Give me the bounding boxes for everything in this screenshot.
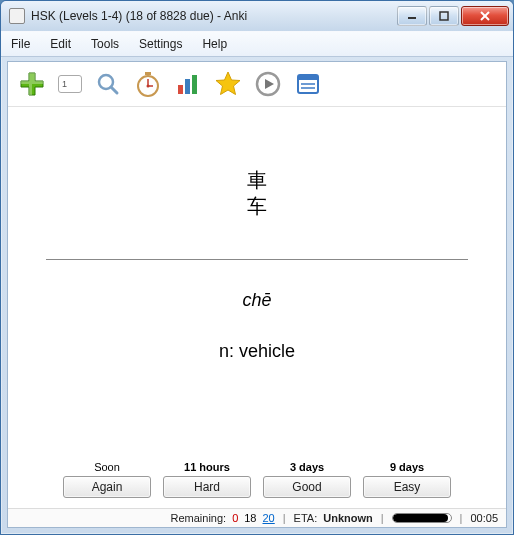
hanzi-traditional: 車 <box>247 167 267 193</box>
answer-buttons: Soon Again 11 hours Hard 3 days Good 9 d… <box>8 457 506 508</box>
hard-button[interactable]: Hard <box>163 476 251 498</box>
stats-icon[interactable] <box>172 68 204 100</box>
card-divider <box>46 259 467 260</box>
star-icon[interactable] <box>212 68 244 100</box>
card-pinyin: chē <box>242 290 271 311</box>
svg-rect-13 <box>192 75 197 94</box>
svg-rect-7 <box>145 72 151 75</box>
maximize-button[interactable] <box>429 6 459 26</box>
content-area: 1 <box>7 61 507 528</box>
add-icon[interactable] <box>16 68 48 100</box>
card-counter-value: 1 <box>62 79 67 89</box>
window-title: HSK (Levels 1-4) (18 of 8828 due) - Anki <box>31 9 397 23</box>
svg-rect-1 <box>440 12 448 20</box>
menu-tools[interactable]: Tools <box>81 34 129 54</box>
again-button[interactable]: Again <box>63 476 151 498</box>
svg-rect-12 <box>185 79 190 94</box>
flashcard: 車 车 chē n: vehicle <box>8 107 506 457</box>
minimize-button[interactable] <box>397 6 427 26</box>
menu-edit[interactable]: Edit <box>40 34 81 54</box>
interval-easy: 9 days <box>390 461 424 473</box>
menu-settings[interactable]: Settings <box>129 34 192 54</box>
hanzi-simplified: 车 <box>247 193 267 219</box>
play-icon[interactable] <box>252 68 284 100</box>
separator: | <box>381 512 384 524</box>
eta-value: Unknown <box>323 512 373 524</box>
search-icon[interactable] <box>92 68 124 100</box>
interval-again: Soon <box>94 461 120 473</box>
titlebar[interactable]: HSK (Levels 1-4) (18 of 8828 due) - Anki <box>1 1 513 31</box>
layout-icon[interactable] <box>292 68 324 100</box>
easy-button[interactable]: Easy <box>363 476 451 498</box>
card-counter[interactable]: 1 <box>56 68 84 100</box>
card-front: 車 车 <box>247 167 267 219</box>
menubar: File Edit Tools Settings Help <box>1 31 513 57</box>
separator: | <box>283 512 286 524</box>
svg-line-5 <box>111 87 117 93</box>
svg-rect-11 <box>178 85 183 94</box>
app-window: HSK (Levels 1-4) (18 of 8828 due) - Anki… <box>0 0 514 535</box>
svg-point-10 <box>147 85 150 88</box>
menu-help[interactable]: Help <box>192 34 237 54</box>
remaining-label: Remaining: <box>170 512 226 524</box>
remaining-review[interactable]: 20 <box>263 512 275 524</box>
card-meaning: n: vehicle <box>219 341 295 362</box>
elapsed-time: 00:05 <box>470 512 498 524</box>
statusbar: Remaining: 0 18 20 | ETA: Unknown | | 00… <box>8 508 506 527</box>
svg-rect-16 <box>298 75 318 80</box>
good-button[interactable]: Good <box>263 476 351 498</box>
remaining-new: 0 <box>232 512 238 524</box>
toolbar: 1 <box>8 62 506 107</box>
interval-hard: 11 hours <box>184 461 230 473</box>
stopwatch-icon[interactable] <box>132 68 164 100</box>
menu-file[interactable]: File <box>7 34 40 54</box>
close-button[interactable] <box>461 6 509 26</box>
interval-good: 3 days <box>290 461 324 473</box>
eta-label: ETA: <box>294 512 318 524</box>
remaining-learn: 18 <box>244 512 256 524</box>
separator: | <box>460 512 463 524</box>
app-icon <box>9 8 25 24</box>
progress-bar <box>392 513 452 523</box>
